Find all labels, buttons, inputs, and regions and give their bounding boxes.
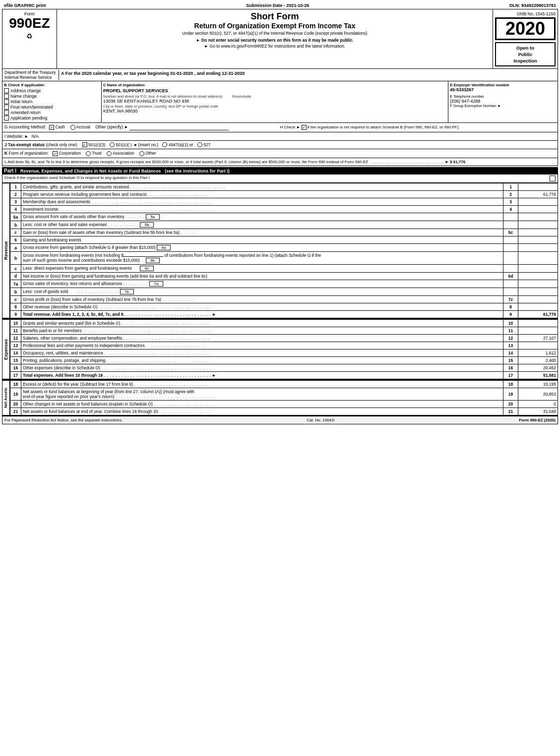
line-ref-7a (503, 280, 518, 288)
table-row: 8 Other revenue (describe in Schedule O)… (10, 303, 558, 311)
address-row: Number and street (or P.O. box, if mail … (103, 94, 446, 104)
501c3-checkbox[interactable] (82, 142, 87, 147)
amount-5c (518, 229, 558, 236)
accrual-radio[interactable] (70, 125, 75, 130)
line-ref-16: 16 (503, 364, 518, 372)
501c-label: 501(c)( ) ◄ (insert no.) (116, 142, 159, 147)
row-num-20: 20 (10, 401, 21, 408)
line-ref-7b (503, 288, 518, 296)
amount-10 (518, 320, 558, 327)
application-pending-label: Application pending (10, 116, 47, 120)
name-change-checkbox[interactable] (4, 94, 9, 99)
line-ref-5b (503, 221, 518, 229)
line-ref-6c (503, 265, 518, 273)
initial-return-checkbox[interactable] (4, 99, 9, 104)
omb-number: OMB No. 1545-1150 (495, 11, 556, 16)
k-label: K Form of organization: (4, 151, 49, 156)
check-address-change: Address change (4, 88, 100, 93)
other-label: Other (specify) ► (95, 124, 128, 129)
table-row: 18 Excess or (deficit) for the year (Sub… (10, 381, 558, 388)
submission-date: Submission Date - 2021-10-26 (246, 3, 309, 8)
check-initial-return: Initial return (4, 99, 100, 104)
amount-15: 2,400 (518, 357, 558, 364)
amount-5a (518, 213, 558, 221)
desc-21: Net assets or fund balances at end of ye… (21, 408, 503, 415)
address-change-label: Address change (10, 88, 41, 93)
i-label: I Website: ► (4, 134, 28, 139)
amount-19: 20,853 (518, 388, 558, 401)
open-public-inspection: Open toPublicInspection (495, 42, 556, 67)
j-label: J Tax-exempt status (check only one): (4, 142, 78, 147)
city-row: City or town, state or province, country… (103, 104, 446, 114)
corp-label: Corporation (59, 151, 82, 156)
table-row: 3 Membership dues and assessments . . . … (10, 198, 558, 206)
desc-13: Professional fees and other payments to … (21, 342, 503, 349)
check-left: B Check if applicable: Address change Na… (2, 81, 102, 122)
amount-2: 61,776 (518, 191, 558, 198)
revenue-side-label: Revenue (2, 183, 10, 318)
table-row: 13 Professional fees and other payments … (10, 342, 558, 349)
cash-checkbox[interactable] (49, 125, 54, 130)
row-num-4: 4 (10, 206, 21, 213)
desc-12: Salaries, other compensation, and employ… (21, 335, 503, 342)
form-k-row: K Form of organization: Corporation Trus… (2, 149, 558, 158)
g-label: G Accounting Method: (4, 124, 46, 129)
do-not-text: ► Do not enter social security numbers o… (59, 38, 491, 43)
amended-return-checkbox[interactable] (4, 110, 9, 115)
501c-radio[interactable] (110, 142, 115, 147)
row-num-6: 6 (10, 236, 21, 244)
amount-12: 27,107 (518, 335, 558, 342)
table-row: 4 Investment income . . . . . . . . . . … (10, 206, 558, 213)
initial-return-label: Initial return (10, 99, 32, 104)
schedule-o-checkbox[interactable] (550, 175, 556, 181)
desc-20: Other changes in net assets or fund bala… (21, 401, 503, 408)
amount-7b (518, 288, 558, 296)
for-year: A For the 2020 calendar year, or tax yea… (59, 70, 556, 80)
accrual-label: Accrual (76, 124, 90, 129)
f-label: F Group Exemption Number ► (450, 104, 556, 108)
assoc-radio[interactable] (107, 151, 112, 156)
trust-radio[interactable] (86, 151, 91, 156)
check-amended-return: Amended return (4, 110, 100, 115)
other-specify-input[interactable] (129, 125, 229, 130)
revenue-content: 1 Contributions, gifts, grants, and simi… (10, 183, 558, 318)
form-footer: For Paperwork Reduction Act Notice, see … (2, 415, 558, 424)
check-schedule-o: Check if the organization used Schedule … (4, 175, 150, 181)
desc-7b: Less: cost of goods sold . . . . . . . .… (21, 288, 503, 296)
application-pending-checkbox[interactable] (4, 116, 9, 120)
527-radio[interactable] (197, 142, 202, 147)
b-label: B Check if applicable: (4, 83, 100, 87)
amount-1 (518, 183, 558, 191)
table-row: 20 Other changes in net assets or fund b… (10, 401, 558, 408)
amount-13 (518, 342, 558, 349)
amount-6c (518, 265, 558, 273)
desc-1: Contributions, gifts, grants, and simila… (21, 183, 503, 191)
net-assets-table: 18 Excess or (deficit) for the year (Sub… (10, 380, 558, 415)
line-ref-2: 2 (503, 191, 518, 198)
table-row: c Gross profit or (loss) from sales of i… (10, 296, 558, 303)
amount-11 (518, 327, 558, 335)
row-num-13: 13 (10, 342, 21, 349)
line-ref-19: 19 (503, 388, 518, 401)
h-checkbox[interactable] (302, 125, 307, 130)
line-ref-14: 14 (503, 349, 518, 357)
corp-checkbox[interactable] (53, 151, 58, 156)
desc-6c: Less: direct expenses from gaming and fu… (21, 265, 503, 273)
line-ref-18: 18 (503, 381, 518, 388)
form-title-sub: Return of Organization Exempt From Incom… (59, 22, 491, 30)
desc-6d: Net income or (loss) from gaming and fun… (21, 273, 503, 280)
4947-radio[interactable] (162, 142, 167, 147)
address-change-checkbox[interactable] (4, 88, 9, 93)
form-title-block: Short Form Return of Organization Exempt… (57, 9, 493, 68)
line-ref-15: 15 (503, 357, 518, 364)
amount-9: 61,776 (518, 311, 558, 318)
page: efile GRAPHIC print Submission Date - 20… (0, 0, 560, 426)
form-number-block: Form 990EZ ♻ (2, 9, 57, 68)
row-num-3: 3 (10, 198, 21, 206)
under-section-text: Under section 501(c), 527, or 4947(a)(1)… (59, 31, 491, 36)
name-change-label: Name change (10, 94, 37, 99)
other-radio[interactable] (139, 151, 144, 156)
final-return-checkbox[interactable] (4, 105, 9, 110)
other-org-label: Other (145, 151, 156, 156)
trust-label: Trust (92, 151, 103, 156)
